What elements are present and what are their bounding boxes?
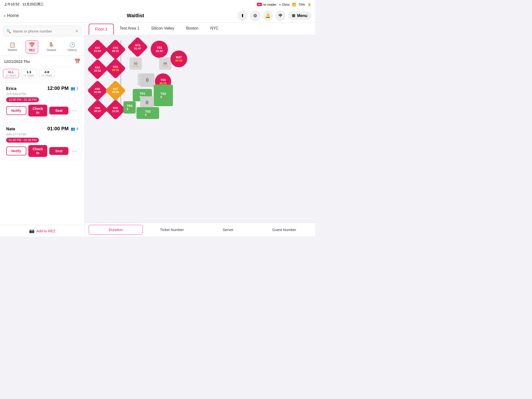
table-K02[interactable]: K02 00:52 [90,62,105,77]
status-right: tc no reader ● 15ms 📶 70% 🔋 [257,3,311,6]
erica-notify-button[interactable]: Notify [6,106,26,115]
date-row: 12/21/2023 Thu 📅 [0,56,84,67]
table-gray-1[interactable]: 0 [140,73,154,87]
nav-bar: ‹ Home Waitlist ⬆ ⚙ 🔔 中 ⊞ Menu [0,9,315,23]
waitlist-icon: 📋 [9,42,16,48]
table-K03[interactable]: K03 00:15 [108,42,123,57]
table-Y01[interactable]: Y01 01:30 [151,41,168,58]
erica-party: 👥 2 [71,86,78,91]
grid-icon: ⊞ [292,13,295,18]
nate-time: 01:00 PM [47,126,69,132]
floor-tab-siliconvalley[interactable]: Silicon Valley [145,23,180,35]
add-rez-bar[interactable]: 📷 Add to REZ [0,225,84,236]
nate-header: Nate 01:00 PM 👥 4 [6,126,78,132]
ping-status: ● 15ms [279,3,290,6]
bottom-tab-server[interactable]: Server [201,225,255,234]
table-K05[interactable]: K05 00:00 [90,83,105,98]
reader-status: tc no reader [257,3,276,6]
filter-row: ALL x2 (6ppl) 1-3 x1 (2ppl) 4-8 x1 (4ppl… [0,67,84,80]
table-K08[interactable]: K08 15:31 [108,102,123,117]
table-T02[interactable]: T02 8 🪑 [154,84,173,106]
table-K04[interactable]: K04 99:59 [108,61,123,76]
tab-waitlist-label: Waitlist [8,48,17,52]
content-area: Floor 1 Test Area 1 Silicon Valley Bosto… [85,23,315,236]
add-rez-icon: 📷 [29,228,34,233]
back-button[interactable]: ‹ Home [4,13,33,18]
nate-actions: Notify Check In Seat ⋯ [6,145,78,157]
wifi-icon: 📶 [292,3,296,6]
floor-tab-boston[interactable]: Boston [180,23,204,35]
floor-tab-floor1[interactable]: Floor 1 [89,24,114,35]
nate-more-button[interactable]: ⋯ [70,147,78,155]
nate-time-range: 01:00 PM - 02:30 PM [6,138,39,143]
export-button[interactable]: ⬆ [237,10,248,21]
language-label: 中 [279,13,282,18]
status-left: 上午10:52 12月20日周三 [4,2,44,7]
nate-seat-button[interactable]: Seat [49,147,68,155]
tab-waitlist[interactable]: 📋 Waitlist [5,40,20,54]
filter-1-3-count: 1-3 [24,70,34,74]
seated-icon: 🪑 [48,42,54,48]
tab-history[interactable]: 🕐 History [65,40,80,54]
nate-name: Nate [6,127,15,132]
table-T04[interactable]: T04 8 🪑 [123,101,136,114]
bottom-tab-guest[interactable]: Guest Number [257,225,311,234]
bottom-floor-tabs: Duration Ticket Number Server Guest Numb… [85,223,315,236]
filter-4-8[interactable]: 4-8 x1 (4ppl) [39,69,55,78]
filter-1-3[interactable]: 1-3 x1 (2ppl) [21,69,37,78]
bell-icon: 🔔 [265,13,270,18]
sidebar: 🔍 ✕ 📋 Waitlist 📅 REZ 🪑 Seated 🕐 History [0,23,85,236]
floor-tab-testarea1[interactable]: Test Area 1 [114,23,145,35]
divider-dot1 [120,80,121,80]
bottom-tab-ticket[interactable]: Ticket Number [145,225,199,234]
nate-party-icon: 👥 [71,127,75,131]
bottom-tab-duration[interactable]: Duration [89,225,143,234]
table-K06[interactable]: K06 00:47 [90,102,105,117]
erica-checkin-button[interactable]: Check In [28,105,48,116]
status-time: 上午10:52 [4,2,19,7]
search-bar[interactable]: 🔍 ✕ [3,26,82,36]
tab-seated-label: Seated [47,48,56,52]
erica-header: Erica 12:00 PM 👥 2 [6,85,78,91]
table-K07[interactable]: K07 99:59 [108,83,123,98]
table-M47[interactable]: M47 99:59 [170,50,187,67]
tab-history-label: History [67,48,77,52]
language-button[interactable]: 中 [275,10,285,21]
menu-label: Menu [297,14,307,18]
filter-all[interactable]: ALL x2 (6ppl) [3,69,19,78]
gear-icon: ⚙ [253,13,257,18]
erica-actions: Notify Check In Seat ⋯ [6,105,78,116]
floor-tab-nyc[interactable]: NYC [204,23,225,35]
search-input[interactable] [13,29,75,33]
filter-1-3-label: x1 (2ppl) [24,74,34,77]
table-T03[interactable]: T03 8 🪑 [136,107,159,119]
tab-rez[interactable]: 📅 REZ [26,40,38,54]
back-label: Home [7,13,19,18]
menu-button[interactable]: ⊞ Menu [288,11,311,20]
calendar-icon[interactable]: 📅 [74,58,81,64]
export-icon: ⬆ [241,13,244,18]
battery-status: 70% [299,3,305,6]
filter-all-label: x2 (6ppl) [6,74,16,77]
notifications-button[interactable]: 🔔 [263,10,273,21]
table-gray-2[interactable]: 0 [140,96,154,109]
table-D2[interactable]: 📋 D2 99:59 [130,57,142,70]
nav-actions: ⬆ ⚙ 🔔 中 ⊞ Menu [237,10,311,21]
nate-notify-button[interactable]: Notify [6,147,26,155]
nate-checkin-button[interactable]: Check In [28,145,48,157]
erica-phone: 310-948-6756 [6,92,78,96]
table-M75[interactable]: M75 01:47 [130,40,145,54]
clear-icon[interactable]: ✕ [75,29,78,33]
reservation-list: Erica 12:00 PM 👥 2 310-948-6756 12:00 PM… [0,80,84,225]
erica-seat-button[interactable]: Seat [49,107,68,115]
erica-more-button[interactable]: ⋯ [70,107,78,115]
floor-tabs: Floor 1 Test Area 1 Silicon Valley Bosto… [85,23,315,35]
table-K01[interactable]: K01 01:04 [90,42,105,57]
erica-name: Erica [6,86,17,91]
settings-button[interactable]: ⚙ [250,10,260,21]
table-D5[interactable]: 📋 D5 99:59 [159,57,171,70]
filter-4-8-label: x1 (4ppl) [42,74,52,77]
tab-seated[interactable]: 🪑 Seated [44,40,59,54]
history-icon: 🕐 [69,42,75,48]
status-bar: 上午10:52 12月20日周三 tc no reader ● 15ms 📶 7… [0,0,315,9]
